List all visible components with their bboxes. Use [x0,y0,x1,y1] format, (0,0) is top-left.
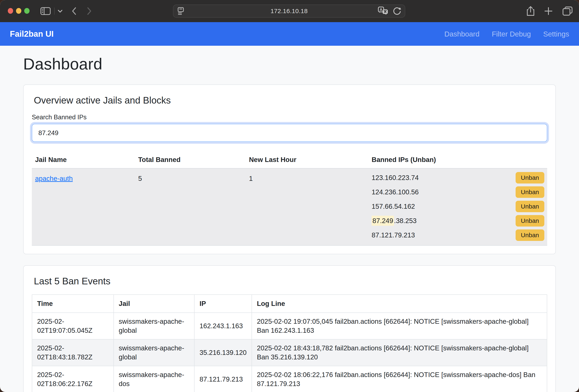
banned-ip-rest: .38.253 [394,217,417,224]
browser-window: 172.16.10.18 A [0,0,579,392]
ban-events-card-title: Last 5 Ban Events [32,274,547,287]
event-ip: 87.121.79.213 [194,366,252,392]
column-header-log-line: Log Line [252,295,547,313]
unban-button[interactable]: Unban [516,172,544,183]
page-menu-icon[interactable] [177,7,184,15]
overview-card: Overview active Jails and Blocks Search … [23,84,556,254]
address-bar[interactable]: 172.16.10.18 A [173,4,405,18]
banned-ip-value: 87.121.79.213 [371,231,415,239]
banned-ip-value: 157.66.54.162 [371,203,415,210]
event-ip: 162.243.1.163 [194,313,252,339]
browser-toolbar: 172.16.10.18 A [0,0,579,22]
column-header-banned-ips: Banned IPs (Unban) [368,150,547,168]
banned-ip-row: 157.66.54.162 Unban [371,199,544,214]
new-tab-icon[interactable] [544,7,553,15]
ban-events-table: Time Jail IP Log Line 2025-02-02T19:07:0… [32,294,547,392]
navbar-brand[interactable]: Fail2ban UI [10,29,54,39]
app-navbar: Fail2ban UI Dashboard Filter Debug Setti… [0,22,579,46]
overview-card-title: Overview active Jails and Blocks [32,93,547,106]
banned-ip-row: 124.236.100.56 Unban [371,185,544,199]
event-time: 2025-02-02T18:06:22.176Z [32,366,114,392]
fullscreen-window-button[interactable] [24,8,30,14]
url-text[interactable]: 172.16.10.18 [173,7,405,14]
unban-button[interactable]: Unban [516,201,544,212]
window-controls [8,8,30,14]
column-header-ip: IP [194,295,252,313]
event-jail: swissmakers-apache-dos [114,366,195,392]
search-match-highlight: 87.249 [371,216,394,226]
event-log-line: 2025-02-02 19:07:05,045 fail2ban.actions… [252,313,547,339]
search-banned-ips-input[interactable] [32,124,547,142]
forward-icon[interactable] [87,6,92,16]
banned-ip-row: 123.160.223.74 Unban [371,170,544,185]
event-log-line: 2025-02-02 18:06:22,176 fail2ban.actions… [252,366,547,392]
jail-name-link[interactable]: apache-auth [35,175,73,182]
jails-table: Jail Name Total Banned New Last Hour Ban… [32,150,547,246]
ban-events-card: Last 5 Ban Events Time Jail IP Log Line … [23,265,556,392]
banned-ip-value: 123.160.223.74 [371,174,419,182]
svg-text:A: A [380,7,382,12]
event-time: 2025-02-02T18:43:18.782Z [32,339,114,366]
chevron-down-icon[interactable] [58,9,63,13]
event-jail: swissmakers-apache-global [114,313,195,339]
ban-event-row: 2025-02-02T18:43:18.782Z swissmakers-apa… [32,339,547,366]
column-header-jail: Jail [114,295,195,313]
unban-button[interactable]: Unban [516,186,544,198]
translate-icon[interactable]: A [378,6,388,16]
close-window-button[interactable] [8,8,13,14]
tab-overview-icon[interactable] [562,6,573,16]
event-jail: swissmakers-apache-global [114,339,195,366]
column-header-jail-name: Jail Name [32,150,135,168]
share-icon[interactable] [526,6,535,16]
column-header-total-banned: Total Banned [135,150,246,168]
new-last-hour-value: 1 [246,168,368,245]
event-ip: 35.216.139.120 [194,339,252,366]
search-banned-ips-label: Search Banned IPs [32,113,547,121]
total-banned-value: 5 [135,168,246,245]
back-icon[interactable] [72,6,77,16]
banned-ip-value: 124.236.100.56 [371,188,419,196]
column-header-new-last-hour: New Last Hour [246,150,368,168]
ban-event-row: 2025-02-02T19:07:05.045Z swissmakers-apa… [32,313,547,339]
ban-event-row: 2025-02-02T18:06:22.176Z swissmakers-apa… [32,366,547,392]
banned-ip-row: 87.121.79.213 Unban [371,228,544,242]
minimize-window-button[interactable] [16,8,21,14]
event-log-line: 2025-02-02 18:43:18,782 fail2ban.actions… [252,339,547,366]
unban-button[interactable]: Unban [516,215,544,226]
toolbar-divider [54,7,55,14]
nav-link-dashboard[interactable]: Dashboard [444,30,480,38]
banned-ip-row: 87.249.38.253 Unban [371,214,544,228]
nav-link-filter-debug[interactable]: Filter Debug [492,30,531,38]
column-header-time: Time [32,295,114,313]
unban-button[interactable]: Unban [516,229,544,241]
jail-row: apache-auth 5 1 123.160.223.74 Unban 124… [32,168,547,245]
event-time: 2025-02-02T19:07:05.045Z [32,313,114,339]
sidebar-toggle-icon[interactable] [40,6,51,16]
nav-link-settings[interactable]: Settings [543,30,569,38]
reload-icon[interactable] [392,6,402,16]
banned-ip-value: 87.249.38.253 [371,217,417,225]
page-title: Dashboard [23,46,556,73]
